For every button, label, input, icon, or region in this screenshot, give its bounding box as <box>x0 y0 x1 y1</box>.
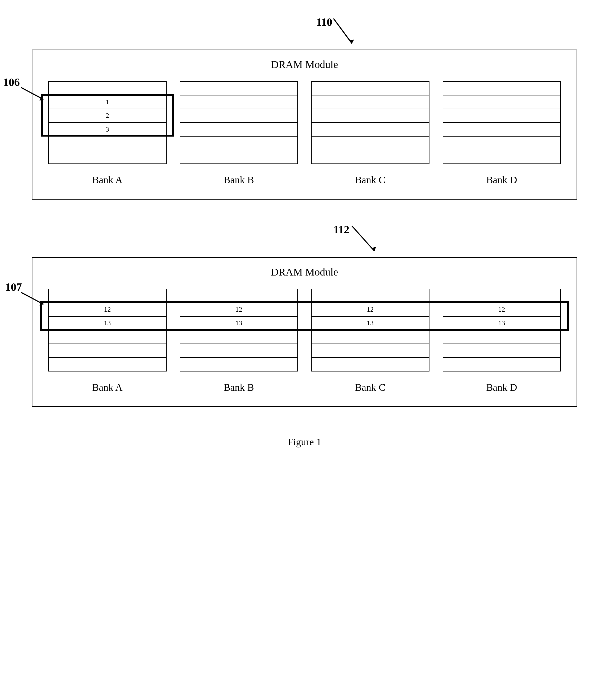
bank-b-112: 12 13 Bank B <box>180 289 298 393</box>
module-112-banks: 12 13 Bank A 12 13 Bank B <box>48 289 561 393</box>
bank-c-110-row1 <box>311 95 429 109</box>
bank-d-110-row3 <box>443 123 561 136</box>
bank-b-112-row5 <box>180 357 298 371</box>
bank-a-112-row0 <box>49 289 167 303</box>
bank-c-112-row0 <box>311 289 429 303</box>
bank-b-112-row1: 12 <box>180 303 298 316</box>
bank-c-110-row5 <box>311 150 429 164</box>
bank-a-112: 12 13 Bank A <box>48 289 167 393</box>
bank-d-112-label: Bank D <box>486 382 517 393</box>
module-110-title: DRAM Module <box>48 58 561 71</box>
bank-c-112-table: 12 13 <box>311 289 430 371</box>
bank-b-110-row4 <box>180 136 298 150</box>
ref-label-107: 107 <box>5 281 22 294</box>
bank-b-110-row2 <box>180 109 298 123</box>
bank-d-110-row4 <box>443 136 561 150</box>
bank-d-112-row2: 13 <box>443 316 561 330</box>
bank-d-110-row1 <box>443 95 561 109</box>
bank-d-110-row2 <box>443 109 561 123</box>
ref-label-112: 112 <box>333 224 350 236</box>
module-112-title: DRAM Module <box>48 266 561 278</box>
ref-label-110-container: 110 <box>32 16 577 29</box>
module-110-banks: 1 2 3 Bank A Bank <box>48 81 561 186</box>
bank-b-110: Bank B <box>180 81 298 186</box>
bank-c-112-label: Bank C <box>355 382 385 393</box>
bank-d-112-table: 12 13 <box>442 289 561 371</box>
bank-d-112-row3 <box>443 330 561 344</box>
bank-d-110-row0 <box>443 82 561 95</box>
bank-c-112-row4 <box>311 344 429 357</box>
bank-c-110-row4 <box>311 136 429 150</box>
bank-d-112-row1: 12 <box>443 303 561 316</box>
bank-c-112-row3 <box>311 330 429 344</box>
bank-a-110-table: 1 2 3 <box>48 81 167 164</box>
bank-a-112-label: Bank A <box>92 382 123 393</box>
bank-c-110: Bank C <box>311 81 430 186</box>
bank-a-112-row3 <box>49 330 167 344</box>
module-110-wrapper: 110 106 DRAM Module 1 2 3 Bank A <box>32 16 577 199</box>
bank-b-110-table <box>180 81 298 164</box>
figure-caption: Figure 1 <box>32 436 577 448</box>
bank-d-110-row5 <box>443 150 561 164</box>
bank-c-110-row3 <box>311 123 429 136</box>
bank-a-110-row1: 1 <box>49 95 167 109</box>
bank-b-110-label: Bank B <box>224 174 254 186</box>
bank-a-112-row2: 13 <box>49 316 167 330</box>
bank-a-110-row5 <box>49 150 167 164</box>
bank-b-110-row0 <box>180 82 298 95</box>
bank-d-110: Bank D <box>442 81 561 186</box>
bank-b-112-label: Bank B <box>224 382 254 393</box>
bank-b-112-row2: 13 <box>180 316 298 330</box>
bank-b-112-table: 12 13 <box>180 289 298 371</box>
bank-a-110-row4 <box>49 136 167 150</box>
module-112-wrapper: 112 107 DRAM Module 12 13 <box>32 223 577 407</box>
bank-a-112-table: 12 13 <box>48 289 167 371</box>
dram-module-112: DRAM Module 12 13 Bank A 12 <box>32 257 577 407</box>
bank-d-112-row5 <box>443 357 561 371</box>
bank-d-112-row0 <box>443 289 561 303</box>
bank-a-110: 1 2 3 Bank A <box>48 81 167 186</box>
bank-d-110-label: Bank D <box>486 174 517 186</box>
bank-c-112: 12 13 Bank C <box>311 289 430 393</box>
bank-b-110-row1 <box>180 95 298 109</box>
bank-b-112-row3 <box>180 330 298 344</box>
bank-a-110-row0 <box>49 82 167 95</box>
bank-a-112-row4 <box>49 344 167 357</box>
bank-c-112-row1: 12 <box>311 303 429 316</box>
bank-c-110-table <box>311 81 430 164</box>
bank-b-110-row5 <box>180 150 298 164</box>
bank-a-112-row1: 12 <box>49 303 167 316</box>
ref-label-106: 106 <box>3 76 20 89</box>
bank-d-112-row4 <box>443 344 561 357</box>
svg-line-4 <box>352 226 375 251</box>
bank-c-112-row5 <box>311 357 429 371</box>
bank-c-110-label: Bank C <box>355 174 385 186</box>
bank-b-110-row3 <box>180 123 298 136</box>
dram-module-110: DRAM Module 1 2 3 Bank A <box>32 50 577 199</box>
bank-c-110-row2 <box>311 109 429 123</box>
bank-d-112: 12 13 Bank D <box>442 289 561 393</box>
bank-c-110-row0 <box>311 82 429 95</box>
bank-a-110-row2: 2 <box>49 109 167 123</box>
ref-label-112-container: 112 <box>32 223 577 236</box>
bank-d-110-table <box>442 81 561 164</box>
bank-a-110-row3: 3 <box>49 123 167 136</box>
bank-b-112-row0 <box>180 289 298 303</box>
bank-c-112-row2: 13 <box>311 316 429 330</box>
ref-label-110: 110 <box>316 16 332 28</box>
svg-line-0 <box>333 18 352 43</box>
bank-a-110-label: Bank A <box>92 174 123 186</box>
bank-a-112-row5 <box>49 357 167 371</box>
bank-b-112-row4 <box>180 344 298 357</box>
